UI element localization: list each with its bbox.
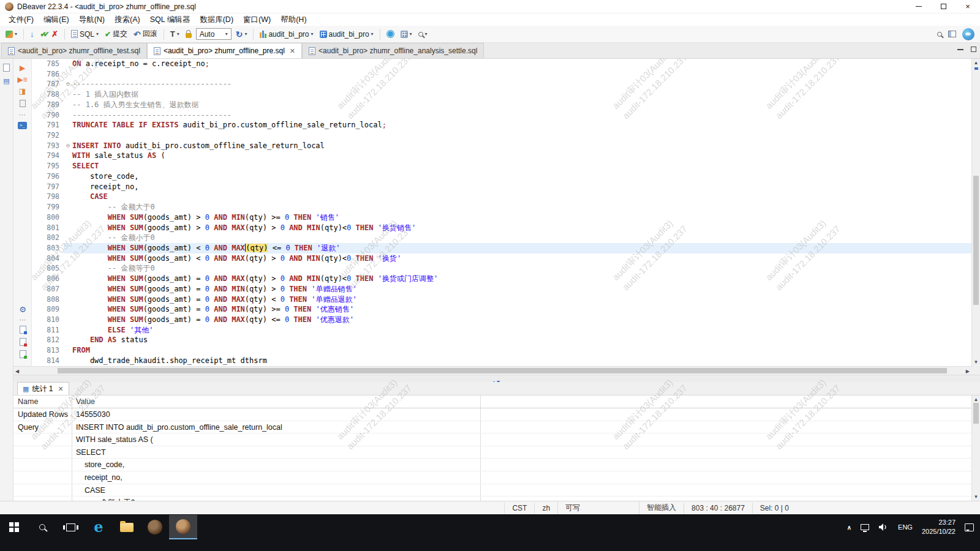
result-row[interactable]: QueryINSERT INTO audit_bi_pro.custom_off…: [13, 421, 971, 434]
result-row[interactable]: SELECT: [13, 446, 971, 459]
menu-item[interactable]: 编辑(E): [39, 13, 74, 26]
code-line[interactable]: 789-- 1.6 插入男生女生销售、退款数据: [32, 100, 971, 110]
scrollbar-thumb[interactable]: [58, 368, 947, 373]
ie-button[interactable]: e: [85, 515, 113, 539]
tray-expand-icon[interactable]: ∧: [847, 524, 851, 531]
code-line[interactable]: 790------------------------------------: [32, 110, 971, 121]
taskbar-clock[interactable]: 23:27 2025/10/22: [922, 518, 956, 536]
scrollbar-thumb[interactable]: [973, 176, 979, 305]
menu-item[interactable]: 文件(F): [4, 13, 39, 26]
minimized-panel-icon[interactable]: [3, 64, 10, 72]
pinned-app-button[interactable]: [141, 515, 169, 539]
fold-icon[interactable]: ⊖: [64, 141, 72, 151]
code-line[interactable]: 791TRUNCATE TABLE IF EXISTS audit_bi_pro…: [32, 120, 971, 130]
scroll-right-icon[interactable]: ▶: [966, 369, 970, 374]
database-navigator-icon[interactable]: ▤: [3, 78, 9, 84]
code-line[interactable]: 799 -- 金额大于0: [32, 202, 971, 212]
code-line[interactable]: 800 WHEN SUM(goods_amt) > 0 AND MIN(qty)…: [32, 212, 971, 223]
close-icon[interactable]: ✕: [58, 385, 63, 393]
rollback-text-button[interactable]: ↶ 回滚: [132, 28, 159, 40]
code-line[interactable]: 810 WHEN SUM(goods_amt) = 0 AND MAX(qty)…: [32, 315, 971, 325]
scroll-left-icon[interactable]: ◀: [15, 369, 19, 374]
menu-item[interactable]: 窗口(W): [238, 13, 276, 26]
transaction-mode-button[interactable]: T ▾: [168, 28, 181, 40]
panel-sash[interactable]: ▴▾: [13, 375, 980, 382]
execute-script-icon[interactable]: ▶≡: [17, 77, 27, 83]
taskbar-search-button[interactable]: [28, 515, 56, 539]
notification-center-icon[interactable]: [965, 523, 974, 531]
save-file-icon[interactable]: [20, 338, 26, 346]
code-line[interactable]: 801 WHEN SUM(goods_amt) > 0 AND MAX(qty)…: [32, 223, 971, 233]
scroll-down-icon[interactable]: ▼: [972, 494, 980, 500]
network-button[interactable]: [385, 29, 396, 39]
maximize-button[interactable]: [931, 0, 956, 13]
quick-search-button[interactable]: [935, 31, 944, 38]
close-button[interactable]: ×: [956, 0, 980, 13]
commit-mode-combo[interactable]: Auto ▾: [196, 28, 232, 40]
code-line[interactable]: 813FROM: [32, 345, 971, 356]
more-dots-icon[interactable]: ⋯: [20, 318, 26, 321]
scroll-down-icon[interactable]: ▼: [972, 359, 980, 365]
editor-tab[interactable]: <audit_bi_pro> zhumr_offline_analysis_se…: [302, 43, 484, 58]
code-line[interactable]: 787⊖------------------------------------: [32, 79, 971, 89]
code-line[interactable]: 785ON a.receipt_no = c.receipt_no;: [32, 59, 971, 69]
export-result-icon[interactable]: [20, 326, 26, 334]
explain-plan-icon[interactable]: ◨: [19, 88, 26, 94]
fetch-button[interactable]: ↓: [28, 28, 36, 40]
code-line[interactable]: 814 dwd_trade_hkaudit.shop_receipt_mt dt…: [32, 356, 971, 366]
code-line[interactable]: 795SELECT: [32, 161, 971, 171]
perspective-button[interactable]: [946, 29, 958, 39]
new-connection-button[interactable]: ▾: [4, 29, 19, 39]
code-line[interactable]: 786: [32, 69, 971, 80]
result-row[interactable]: store_code,: [13, 459, 971, 471]
scroll-up-icon[interactable]: ▲: [972, 397, 980, 402]
task-view-button[interactable]: [56, 515, 85, 539]
code-line[interactable]: 792: [32, 130, 971, 141]
grid-menu-button[interactable]: ▾: [399, 29, 414, 39]
close-icon[interactable]: ✕: [290, 47, 295, 55]
transaction-log-button[interactable]: ↻ ▾: [234, 28, 249, 40]
volume-icon[interactable]: [878, 523, 889, 531]
code-line[interactable]: 802 -- 金额小于0: [32, 233, 971, 243]
open-file-icon[interactable]: [20, 350, 26, 358]
code-line[interactable]: 797 receipt_no,: [32, 182, 971, 192]
result-row[interactable]: Updated Rows14555030: [13, 408, 971, 421]
menu-item[interactable]: 数据库(D): [195, 13, 238, 26]
sql-console-icon[interactable]: >_: [18, 122, 27, 129]
dbeaver-taskbar-button[interactable]: [169, 515, 197, 539]
menu-item[interactable]: 导航(N): [74, 13, 110, 26]
database-selector[interactable]: audit_bi_pro ▾: [258, 29, 315, 40]
menu-item[interactable]: 帮助(H): [276, 13, 311, 26]
tab-statistics[interactable]: ▦ 统计 1 ✕: [17, 382, 69, 395]
sql-menu-button[interactable]: SQL ▾: [69, 29, 100, 40]
start-button[interactable]: [0, 515, 28, 539]
code-line[interactable]: 794WITH sale_status AS (: [32, 151, 971, 161]
editor-tab[interactable]: <audit_bi_pro> zhumr_offline_test.sql: [1, 43, 147, 58]
commit-text-button[interactable]: ✔ 提交: [103, 28, 129, 40]
fold-icon[interactable]: ⊖: [64, 79, 72, 89]
code-line[interactable]: 788-- 1 插入国内数据: [32, 89, 971, 100]
scrollbar-thumb[interactable]: [973, 403, 979, 424]
lock-button[interactable]: [184, 29, 194, 39]
minimize-button[interactable]: [907, 0, 931, 13]
editor-horizontal-scrollbar[interactable]: ◀ ▶: [13, 366, 971, 375]
code-line[interactable]: 809 WHEN SUM(goods_amt) = 0 AND MIN(qty)…: [32, 304, 971, 315]
maximize-view-icon[interactable]: [971, 47, 976, 52]
column-header-name[interactable]: Name: [13, 395, 72, 408]
code-line[interactable]: 812 END AS status: [32, 335, 971, 345]
execute-statement-icon[interactable]: ▶: [20, 65, 25, 71]
file-explorer-button[interactable]: [113, 515, 141, 539]
code-line[interactable]: 811 ELSE '其他': [32, 325, 971, 335]
code-line[interactable]: 807 WHEN SUM(goods_amt) = 0 AND MIN(qty)…: [32, 284, 971, 294]
code-line[interactable]: 808 WHEN SUM(goods_amt) = 0 AND MAX(qty)…: [32, 294, 971, 305]
commit-button[interactable]: ✔✔: [39, 29, 47, 40]
language-indicator[interactable]: ENG: [898, 523, 913, 531]
results-vertical-scrollbar[interactable]: ▲ ▼: [971, 395, 980, 501]
settings-gear-icon[interactable]: ⚙: [19, 306, 26, 313]
rollback-button[interactable]: ✗: [50, 28, 60, 40]
copy-icon[interactable]: [20, 100, 26, 107]
menu-item[interactable]: SQL 编辑器: [145, 13, 195, 26]
app-logo-button[interactable]: [960, 27, 976, 42]
menu-item[interactable]: 搜索(A): [110, 13, 145, 26]
code-line[interactable]: 798 CASE: [32, 192, 971, 202]
